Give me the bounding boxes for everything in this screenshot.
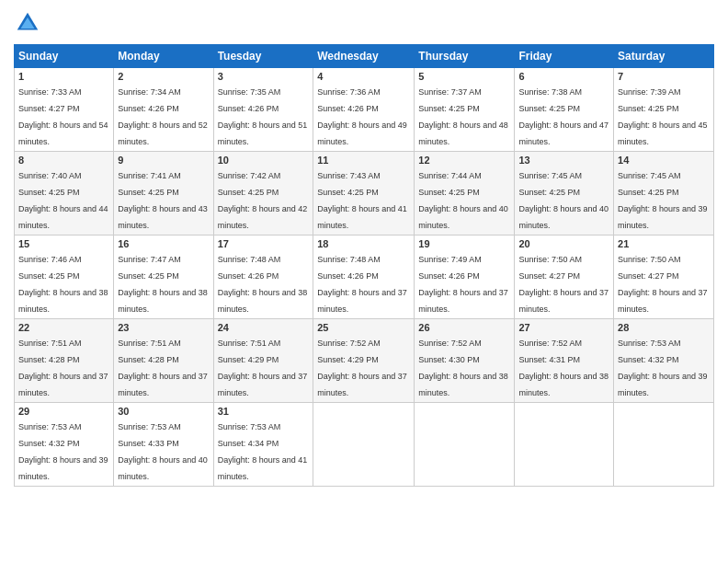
day-info: Sunrise: 7:37 AMSunset: 4:25 PMDaylight:… bbox=[418, 87, 508, 146]
day-number: 16 bbox=[118, 238, 209, 249]
calendar-cell: 27 Sunrise: 7:52 AMSunset: 4:31 PMDaylig… bbox=[515, 319, 614, 403]
calendar-cell: 28 Sunrise: 7:53 AMSunset: 4:32 PMDaylig… bbox=[614, 319, 714, 403]
calendar-header-friday: Friday bbox=[515, 45, 614, 68]
calendar-cell: 8 Sunrise: 7:40 AMSunset: 4:25 PMDayligh… bbox=[15, 152, 114, 236]
day-info: Sunrise: 7:40 AMSunset: 4:25 PMDaylight:… bbox=[18, 171, 108, 230]
day-number: 8 bbox=[18, 155, 109, 166]
calendar-week-3: 15 Sunrise: 7:46 AMSunset: 4:25 PMDaylig… bbox=[15, 236, 714, 319]
calendar-cell bbox=[313, 403, 415, 487]
day-info: Sunrise: 7:36 AMSunset: 4:26 PMDaylight:… bbox=[317, 87, 407, 146]
calendar-cell: 20 Sunrise: 7:50 AMSunset: 4:27 PMDaylig… bbox=[515, 236, 614, 319]
page: SundayMondayTuesdayWednesdayThursdayFrid… bbox=[0, 0, 728, 563]
day-number: 28 bbox=[618, 322, 710, 333]
calendar-week-1: 1 Sunrise: 7:33 AMSunset: 4:27 PMDayligh… bbox=[15, 68, 714, 152]
calendar-cell: 31 Sunrise: 7:53 AMSunset: 4:34 PMDaylig… bbox=[213, 403, 313, 487]
day-info: Sunrise: 7:45 AMSunset: 4:25 PMDaylight:… bbox=[618, 171, 708, 230]
calendar-cell: 7 Sunrise: 7:39 AMSunset: 4:25 PMDayligh… bbox=[614, 68, 714, 152]
day-number: 6 bbox=[518, 71, 609, 82]
day-number: 12 bbox=[418, 155, 510, 166]
calendar-cell: 9 Sunrise: 7:41 AMSunset: 4:25 PMDayligh… bbox=[114, 152, 213, 236]
calendar-cell bbox=[614, 403, 714, 487]
day-info: Sunrise: 7:53 AMSunset: 4:33 PMDaylight:… bbox=[118, 422, 208, 481]
calendar-cell: 19 Sunrise: 7:49 AMSunset: 4:26 PMDaylig… bbox=[415, 236, 515, 319]
calendar-cell: 17 Sunrise: 7:48 AMSunset: 4:26 PMDaylig… bbox=[213, 236, 313, 319]
day-info: Sunrise: 7:50 AMSunset: 4:27 PMDaylight:… bbox=[618, 255, 708, 314]
calendar-cell: 6 Sunrise: 7:38 AMSunset: 4:25 PMDayligh… bbox=[515, 68, 614, 152]
calendar-cell: 4 Sunrise: 7:36 AMSunset: 4:26 PMDayligh… bbox=[313, 68, 415, 152]
day-number: 9 bbox=[118, 155, 209, 166]
day-info: Sunrise: 7:48 AMSunset: 4:26 PMDaylight:… bbox=[317, 255, 407, 314]
day-number: 13 bbox=[518, 155, 609, 166]
logo-icon bbox=[14, 9, 41, 37]
day-number: 20 bbox=[518, 238, 609, 249]
day-number: 29 bbox=[18, 406, 109, 417]
day-number: 5 bbox=[418, 71, 510, 82]
calendar-cell: 21 Sunrise: 7:50 AMSunset: 4:27 PMDaylig… bbox=[614, 236, 714, 319]
calendar-cell: 15 Sunrise: 7:46 AMSunset: 4:25 PMDaylig… bbox=[15, 236, 114, 319]
day-info: Sunrise: 7:46 AMSunset: 4:25 PMDaylight:… bbox=[18, 255, 108, 314]
day-number: 1 bbox=[18, 71, 109, 82]
day-number: 31 bbox=[218, 406, 310, 417]
day-info: Sunrise: 7:34 AMSunset: 4:26 PMDaylight:… bbox=[118, 87, 208, 146]
day-info: Sunrise: 7:44 AMSunset: 4:25 PMDaylight:… bbox=[418, 171, 508, 230]
day-info: Sunrise: 7:38 AMSunset: 4:25 PMDaylight:… bbox=[518, 87, 609, 146]
calendar-cell: 12 Sunrise: 7:44 AMSunset: 4:25 PMDaylig… bbox=[415, 152, 515, 236]
calendar-header-thursday: Thursday bbox=[415, 45, 515, 68]
day-number: 24 bbox=[218, 322, 310, 333]
calendar-header-sunday: Sunday bbox=[15, 45, 114, 68]
day-number: 27 bbox=[518, 322, 609, 333]
calendar-cell: 1 Sunrise: 7:33 AMSunset: 4:27 PMDayligh… bbox=[15, 68, 114, 152]
day-number: 3 bbox=[218, 71, 310, 82]
day-info: Sunrise: 7:53 AMSunset: 4:34 PMDaylight:… bbox=[218, 422, 308, 481]
day-info: Sunrise: 7:43 AMSunset: 4:25 PMDaylight:… bbox=[317, 171, 407, 230]
day-info: Sunrise: 7:51 AMSunset: 4:29 PMDaylight:… bbox=[218, 339, 308, 397]
calendar-cell: 13 Sunrise: 7:45 AMSunset: 4:25 PMDaylig… bbox=[515, 152, 614, 236]
calendar-cell: 10 Sunrise: 7:42 AMSunset: 4:25 PMDaylig… bbox=[213, 152, 313, 236]
calendar-header-wednesday: Wednesday bbox=[313, 45, 415, 68]
day-number: 30 bbox=[118, 406, 209, 417]
day-number: 23 bbox=[118, 322, 209, 333]
calendar-cell: 25 Sunrise: 7:52 AMSunset: 4:29 PMDaylig… bbox=[313, 319, 415, 403]
calendar-cell: 11 Sunrise: 7:43 AMSunset: 4:25 PMDaylig… bbox=[313, 152, 415, 236]
day-number: 11 bbox=[317, 155, 410, 166]
day-info: Sunrise: 7:53 AMSunset: 4:32 PMDaylight:… bbox=[18, 422, 108, 481]
day-info: Sunrise: 7:52 AMSunset: 4:31 PMDaylight:… bbox=[518, 339, 609, 397]
calendar-cell: 26 Sunrise: 7:52 AMSunset: 4:30 PMDaylig… bbox=[415, 319, 515, 403]
day-number: 25 bbox=[317, 322, 410, 333]
calendar-header-row: SundayMondayTuesdayWednesdayThursdayFrid… bbox=[15, 45, 714, 68]
calendar-table: SundayMondayTuesdayWednesdayThursdayFrid… bbox=[14, 44, 714, 487]
day-number: 10 bbox=[218, 155, 310, 166]
day-number: 21 bbox=[618, 238, 710, 249]
logo bbox=[14, 9, 45, 37]
day-number: 15 bbox=[18, 238, 109, 249]
day-number: 7 bbox=[618, 71, 710, 82]
day-number: 2 bbox=[118, 71, 209, 82]
day-info: Sunrise: 7:47 AMSunset: 4:25 PMDaylight:… bbox=[118, 255, 208, 314]
day-info: Sunrise: 7:53 AMSunset: 4:32 PMDaylight:… bbox=[618, 339, 708, 397]
calendar-week-2: 8 Sunrise: 7:40 AMSunset: 4:25 PMDayligh… bbox=[15, 152, 714, 236]
calendar-cell: 18 Sunrise: 7:48 AMSunset: 4:26 PMDaylig… bbox=[313, 236, 415, 319]
day-info: Sunrise: 7:48 AMSunset: 4:26 PMDaylight:… bbox=[218, 255, 308, 314]
calendar-header-monday: Monday bbox=[114, 45, 213, 68]
calendar-cell: 29 Sunrise: 7:53 AMSunset: 4:32 PMDaylig… bbox=[15, 403, 114, 487]
day-info: Sunrise: 7:33 AMSunset: 4:27 PMDaylight:… bbox=[18, 87, 108, 146]
calendar-cell: 5 Sunrise: 7:37 AMSunset: 4:25 PMDayligh… bbox=[415, 68, 515, 152]
calendar-cell: 16 Sunrise: 7:47 AMSunset: 4:25 PMDaylig… bbox=[114, 236, 213, 319]
calendar-cell bbox=[415, 403, 515, 487]
day-number: 17 bbox=[218, 238, 310, 249]
calendar-cell bbox=[515, 403, 614, 487]
day-info: Sunrise: 7:51 AMSunset: 4:28 PMDaylight:… bbox=[18, 339, 108, 397]
day-info: Sunrise: 7:39 AMSunset: 4:25 PMDaylight:… bbox=[618, 87, 708, 146]
calendar-cell: 30 Sunrise: 7:53 AMSunset: 4:33 PMDaylig… bbox=[114, 403, 213, 487]
day-info: Sunrise: 7:45 AMSunset: 4:25 PMDaylight:… bbox=[518, 171, 609, 230]
day-info: Sunrise: 7:49 AMSunset: 4:26 PMDaylight:… bbox=[418, 255, 508, 314]
calendar-cell: 22 Sunrise: 7:51 AMSunset: 4:28 PMDaylig… bbox=[15, 319, 114, 403]
day-number: 4 bbox=[317, 71, 410, 82]
calendar-header-tuesday: Tuesday bbox=[213, 45, 313, 68]
day-info: Sunrise: 7:51 AMSunset: 4:28 PMDaylight:… bbox=[118, 339, 208, 397]
day-number: 19 bbox=[418, 238, 510, 249]
calendar-week-5: 29 Sunrise: 7:53 AMSunset: 4:32 PMDaylig… bbox=[15, 403, 714, 487]
calendar-cell: 23 Sunrise: 7:51 AMSunset: 4:28 PMDaylig… bbox=[114, 319, 213, 403]
calendar-cell: 3 Sunrise: 7:35 AMSunset: 4:26 PMDayligh… bbox=[213, 68, 313, 152]
calendar-week-4: 22 Sunrise: 7:51 AMSunset: 4:28 PMDaylig… bbox=[15, 319, 714, 403]
